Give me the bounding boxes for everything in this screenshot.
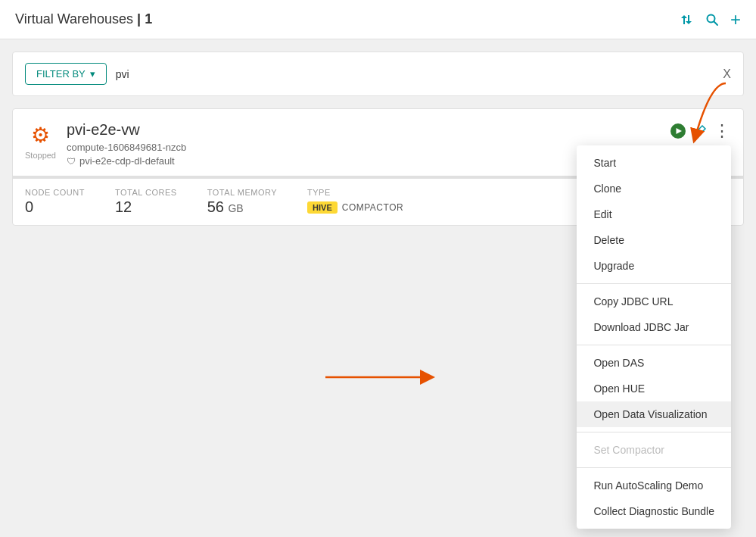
close-filter-button[interactable]: X (723, 67, 731, 81)
play-button[interactable] (670, 123, 686, 139)
card-actions: ⋮ (670, 121, 731, 141)
menu-divider-1 (577, 283, 731, 284)
header-icons: + (679, 9, 741, 30)
menu-item-start[interactable]: Start (577, 150, 731, 176)
search-icon[interactable] (705, 12, 720, 27)
type-badges: HIVE COMPACTOR (307, 201, 403, 214)
node-count-label: NODE COUNT (25, 188, 85, 197)
total-memory-label: TOTAL MEMORY (207, 188, 277, 197)
type-label: TYPE (307, 188, 403, 197)
total-memory-stat: TOTAL MEMORY 56 GB (207, 188, 277, 216)
total-cores-stat: TOTAL CORES 12 (115, 188, 177, 216)
total-cores-value: 12 (115, 198, 177, 216)
hive-badge: HIVE (307, 201, 338, 214)
menu-item-delete[interactable]: Delete (577, 227, 731, 253)
filter-by-button[interactable]: FILTER BY ▾ (25, 63, 107, 85)
menu-divider-3 (577, 432, 731, 432)
compute-label: compute-1606849681-nzcb (67, 142, 186, 153)
type-stat: TYPE HIVE COMPACTOR (307, 188, 403, 216)
menu-item-download-jdbc[interactable]: Download JDBC Jar (577, 314, 731, 340)
menu-item-diagnostic[interactable]: Collect Diagnostic Bundle (577, 498, 731, 524)
menu-item-autoscaling[interactable]: Run AutoScaling Demo (577, 473, 731, 498)
total-memory-value: 56 GB (207, 198, 277, 216)
node-count-stat: NODE COUNT 0 (25, 188, 85, 216)
card-title-section: ⚙ Stopped pvi-e2e-vw compute-1606849681-… (25, 121, 186, 167)
menu-item-copy-jdbc[interactable]: Copy JDBC URL (577, 289, 731, 314)
menu-item-set-compactor: Set Compactor (577, 437, 731, 463)
node-count-value: 0 (25, 198, 85, 216)
menu-item-open-data-viz[interactable]: Open Data Visualization (577, 401, 731, 427)
filter-bar: FILTER BY ▾ X (12, 52, 744, 96)
filter-input[interactable] (116, 68, 731, 80)
gear-icon: ⚙ (31, 123, 50, 148)
warehouse-card: ⚙ Stopped pvi-e2e-vw compute-1606849681-… (12, 108, 744, 226)
svg-line-1 (714, 21, 717, 25)
menu-item-open-hue[interactable]: Open HUE (577, 376, 731, 401)
menu-item-edit[interactable]: Edit (577, 201, 731, 227)
sort-icon[interactable] (679, 12, 694, 27)
status-section: ⚙ Stopped (25, 121, 56, 160)
compactor-badge: COMPACTOR (342, 202, 403, 213)
card-info: pvi-e2e-vw compute-1606849681-nzcb 🛡 pvi… (67, 121, 186, 167)
page-title: Virtual Warehouses | 1 (15, 11, 152, 27)
chevron-down-icon: ▾ (90, 68, 95, 80)
shield-icon: 🛡 (67, 156, 76, 167)
total-cores-label: TOTAL CORES (115, 188, 177, 197)
page-header: Virtual Warehouses | 1 + (0, 0, 756, 39)
context-menu: Start Clone Edit Delete Upgrade Copy JDB… (577, 145, 731, 529)
add-icon[interactable]: + (730, 9, 741, 30)
menu-divider-4 (577, 467, 731, 468)
menu-divider-2 (577, 345, 731, 345)
warehouse-name: pvi-e2e-vw (67, 121, 186, 139)
menu-item-open-das[interactable]: Open DAS (577, 350, 731, 376)
more-menu-button[interactable]: ⋮ (714, 121, 731, 141)
status-badge: Stopped (25, 151, 56, 160)
menu-item-clone[interactable]: Clone (577, 176, 731, 201)
edit-button[interactable] (692, 123, 708, 139)
env-label: 🛡 pvi-e2e-cdp-dl-default (67, 155, 186, 167)
menu-item-upgrade[interactable]: Upgrade (577, 253, 731, 279)
